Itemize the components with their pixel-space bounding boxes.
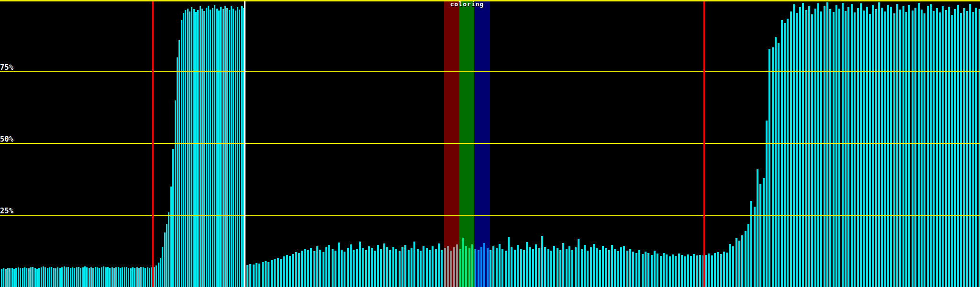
bar [793,4,795,287]
bar [444,248,446,287]
bar [979,9,980,287]
bar [508,237,510,287]
bar [511,247,512,287]
bar [134,268,135,287]
bar [490,250,491,287]
bar [645,252,646,287]
bar [392,247,394,287]
gridline-label-25: 25% [0,207,14,215]
bar [432,246,434,287]
bar [817,3,819,287]
bar [847,7,849,287]
bar [538,248,540,287]
bar [684,256,686,287]
bar [465,246,467,287]
bar [32,267,33,287]
bar [13,269,15,287]
bar [820,11,822,287]
bar [9,268,11,287]
bar [189,11,190,287]
bar [156,265,157,287]
bar [905,12,907,287]
gridline-50% [0,143,980,144]
bar [66,267,67,287]
bar [67,267,69,287]
bar [423,246,424,287]
bar [295,252,297,287]
bar [380,249,382,287]
bar [626,251,628,287]
red-marker-2 [703,1,705,287]
bar [566,249,568,287]
bar [811,14,813,287]
bar [517,245,519,287]
bar [453,247,455,287]
bar [122,267,123,287]
bar [332,249,334,287]
bar [341,250,343,287]
bar [362,248,364,287]
bar [84,266,86,287]
bar [814,9,816,287]
bar [178,40,180,287]
bar [11,268,13,287]
bar [197,10,199,287]
bar [675,256,677,287]
bar [450,251,452,287]
bar [143,267,144,287]
bar [72,267,73,287]
bar [283,256,285,287]
bar [893,13,895,287]
bar [672,254,674,287]
bar [617,251,619,287]
bar [82,267,84,287]
bar [559,250,561,287]
bar [429,250,431,287]
bar [523,250,525,287]
bar [140,267,142,287]
bar [172,149,174,287]
bar [784,23,786,287]
bar [334,251,336,287]
bar [130,268,132,287]
bar [960,13,962,287]
bar [24,267,25,287]
bar [383,243,385,287]
bar [298,253,300,287]
bar [462,238,464,287]
bar [237,7,238,287]
bar [325,247,327,287]
bar [657,254,658,287]
bar [49,267,50,287]
bar [468,248,470,287]
bar [547,249,549,287]
bar [483,243,485,287]
bar [620,247,622,287]
bar [757,169,758,287]
bar [105,267,107,287]
bar [690,256,692,287]
bar [526,242,528,287]
bar [914,8,916,287]
bar [413,242,415,287]
bar [158,263,159,287]
bar [678,254,680,287]
bar [705,255,707,287]
bar [557,248,558,287]
bar [235,11,236,287]
bar [132,267,134,287]
bar [471,244,473,287]
bar [945,10,947,287]
gridline-label-50: 50% [0,135,14,143]
bar [642,254,644,287]
bar [732,246,734,287]
bar [775,37,777,287]
bar [411,248,412,287]
bar [417,249,419,287]
bar [505,251,507,287]
bar [386,247,388,287]
bar [365,250,367,287]
bar [389,250,391,287]
bar [866,7,868,287]
bar [187,9,189,287]
